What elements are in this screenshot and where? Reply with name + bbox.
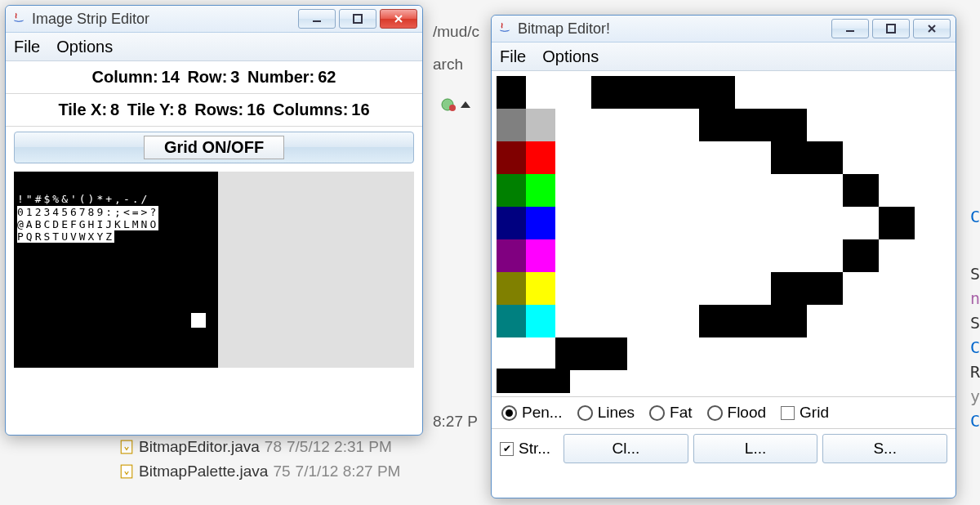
load-button[interactable]: L... [693,434,818,463]
java-file-icon [119,464,134,479]
menu-file[interactable]: File [500,47,526,66]
svg-rect-3 [121,465,132,478]
bg-url-fragment: /mud/c [433,23,479,41]
info-row-2: Tile X:8 Tile Y:8 Rows:16 Columns:16 [6,94,422,127]
titlebar[interactable]: Bitmap Editor! [492,16,956,42]
palette-cell[interactable] [497,174,526,207]
palette-cell[interactable] [526,76,555,109]
bg-file-row[interactable]: 8:27 P [433,413,478,431]
palette-cell[interactable] [526,239,555,272]
palette-cell[interactable] [526,272,555,305]
pixel-canvas[interactable] [555,76,951,365]
palette-cell[interactable] [526,141,555,174]
clear-button[interactable]: Cl... [564,434,688,463]
save-button[interactable]: S... [822,434,947,463]
palette-cell[interactable] [497,207,526,239]
svg-rect-2 [121,440,132,454]
java-icon [497,20,513,37]
bitmap-editor-window: Bitmap Editor! File Options Pen... Lines… [491,15,956,498]
tool-row: Pen... Lines Fat Flood Grid [492,396,956,428]
titlebar[interactable]: Image Strip Editor [6,6,422,33]
info-row-1: Column:14 Row:3 Number:62 [6,61,422,94]
menubar: File Options [6,33,422,61]
strip-editor-window: Image Strip Editor File Options Column:1… [5,5,423,436]
window-title: Bitmap Editor! [518,20,610,38]
grid-checkbox[interactable]: Grid [781,404,829,422]
tool-pencil[interactable]: Pen... [501,404,563,422]
tool-lines[interactable]: Lines [577,404,635,422]
menubar: File Options [492,42,956,71]
file-date: 7/5/12 2:31 PM [287,438,392,456]
palette-cell[interactable] [497,239,526,272]
menu-options[interactable]: Options [542,47,599,66]
file-time: 8:27 P [433,413,478,431]
minimize-button[interactable] [831,19,869,38]
tool-fat[interactable]: Fat [649,404,692,422]
maximize-button[interactable] [872,19,910,38]
bg-search-text: arch [433,56,463,74]
file-date: 7/1/12 8:27 PM [296,463,401,480]
java-file-icon [119,440,134,454]
strip-canvas[interactable]: !"#$%&'()*+,-./ 0123456789:;<=>? @ABCDEF… [14,172,414,368]
grid-toggle-button[interactable]: Grid ON/OFF [144,136,284,159]
minimize-button[interactable] [298,9,336,29]
svg-point-1 [449,105,456,111]
close-button[interactable] [380,9,417,29]
palette-cell[interactable] [497,305,526,337]
close-button[interactable] [913,19,951,38]
menu-options[interactable]: Options [56,38,113,56]
maximize-button[interactable] [339,9,376,29]
java-icon [11,11,27,27]
window-title: Image Strip Editor [32,11,149,28]
selected-tile-cursor [191,313,206,328]
palette-cell[interactable] [497,369,570,393]
svg-rect-5 [354,15,362,23]
palette-cell[interactable] [526,174,555,207]
bg-dropdown-icon[interactable] [441,96,474,117]
palette-cell[interactable] [526,109,555,141]
svg-rect-4 [313,20,321,22]
menu-file[interactable]: File [14,38,40,56]
palette-cell[interactable] [526,207,555,239]
svg-rect-6 [846,30,854,32]
button-row: ✔Str... Cl... L... S... [492,428,956,471]
bg-file-row[interactable]: BitmapEditor.java 78 7/5/12 2:31 PM [119,438,392,456]
tool-flood[interactable]: Flood [707,404,767,422]
bg-file-row[interactable]: BitmapPalette.java 75 7/1/12 8:27 PM [119,463,400,480]
palette-cell[interactable] [497,272,526,305]
svg-rect-7 [887,25,895,33]
strip-checkbox[interactable]: ✔Str... [500,440,550,458]
grid-toggle-wrap: Grid ON/OFF [14,132,414,163]
palette-cell[interactable] [497,141,526,174]
palette-cell[interactable] [497,109,526,141]
file-name: BitmapPalette.java [139,463,268,480]
file-name: BitmapEditor.java [139,438,260,456]
palette-cell[interactable] [526,305,555,337]
bg-code-letters: C S n S C R y C [970,204,980,433]
color-palette [497,76,555,337]
